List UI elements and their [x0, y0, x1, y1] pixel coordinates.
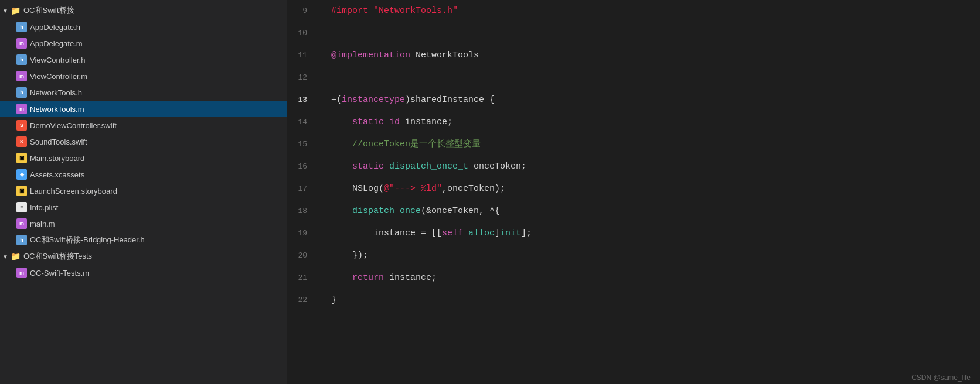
- file-main-storyboard[interactable]: ▣ Main.storyboard: [0, 150, 287, 166]
- token-indent: [331, 156, 352, 178]
- folder-oc-swift[interactable]: ▼ 📁 OC和Swift桥接: [0, 2, 287, 19]
- code-content[interactable]: #import "NetworkTools.h" @implementation…: [319, 0, 980, 384]
- token-indent: [331, 245, 352, 267]
- line-num-21: 21: [287, 267, 312, 289]
- plist-icon: ≡: [16, 202, 27, 212]
- file-viewcontroller-m[interactable]: m ViewController.m: [0, 68, 287, 84]
- storyboard-icon: ▣: [16, 153, 27, 163]
- folder-oc-swift-tests[interactable]: ▼ 📁 OC和Swift桥接Tests: [0, 248, 287, 265]
- token-dispatch-type: dispatch_once_t: [389, 156, 474, 178]
- line-num-12: 12: [287, 67, 312, 89]
- swift-icon: S: [16, 120, 27, 131]
- token-params: (&onceToken, ^{: [421, 200, 500, 222]
- token-id: id: [389, 111, 405, 133]
- h-icon: h: [16, 235, 27, 245]
- file-label: Info.plist: [30, 203, 58, 212]
- code-line-18: dispatch_once(&onceToken, ^{: [331, 200, 980, 222]
- file-label: Main.storyboard: [30, 154, 84, 163]
- file-appdelegate-m[interactable]: m AppDelegate.m: [0, 35, 287, 52]
- token-comment: //onceToken是一个长整型变量: [352, 133, 481, 156]
- code-line-12: [331, 67, 980, 89]
- file-label: OC和Swift桥接-Bridging-Header.h: [30, 235, 145, 245]
- token-comma: ,onceToken);: [442, 178, 505, 200]
- folder-label: OC和Swift桥接: [23, 5, 74, 16]
- token-indent: [331, 178, 352, 200]
- code-line-15: //onceToken是一个长整型变量: [331, 133, 980, 156]
- code-line-22: }: [331, 289, 980, 311]
- h-icon: h: [16, 87, 27, 98]
- xcassets-icon: ◈: [16, 169, 27, 180]
- file-demoviewcontroller-swift[interactable]: S DemoViewController.swift: [0, 117, 287, 133]
- h-icon: h: [16, 54, 27, 65]
- token-type: instancetype: [342, 89, 405, 111]
- file-label: NetworkTools.m: [30, 105, 84, 114]
- h-icon: h: [16, 22, 27, 32]
- folder-arrow: ▼: [2, 253, 11, 260]
- file-oc-swift-tests-m[interactable]: m OC-Swift-Tests.m: [0, 265, 287, 281]
- token-instance2: instance = [[: [373, 222, 442, 245]
- watermark-text: CSDN @same_life: [911, 373, 971, 382]
- token-string: "NetworkTools.h": [373, 0, 458, 22]
- file-launchscreen-storyboard[interactable]: ▣ LaunchScreen.storyboard: [0, 183, 287, 199]
- line-num-18: 18: [287, 200, 312, 222]
- line-num-15: 15: [287, 133, 312, 156]
- file-sidebar: ▼ 📁 OC和Swift桥接 h AppDelegate.h m AppDele…: [0, 0, 287, 384]
- m-icon: m: [16, 268, 27, 278]
- token-var2: onceToken;: [474, 156, 526, 178]
- token-bracket: ]: [495, 222, 500, 245]
- file-label: ViewController.m: [30, 72, 87, 81]
- file-main-m[interactable]: m main.m: [0, 215, 287, 232]
- file-label: DemoViewController.swift: [30, 121, 117, 130]
- file-label: AppDelegate.h: [30, 23, 80, 32]
- file-networktools-h[interactable]: h NetworkTools.h: [0, 84, 287, 101]
- file-label: LaunchScreen.storyboard: [30, 187, 117, 196]
- code-line-14: static id instance;: [331, 111, 980, 133]
- token-close-brace: }: [331, 289, 336, 311]
- file-viewcontroller-h[interactable]: h ViewController.h: [0, 52, 287, 68]
- storyboard-icon: ▣: [16, 186, 27, 196]
- file-networktools-m[interactable]: m NetworkTools.m: [0, 101, 287, 117]
- token-return: return: [352, 267, 389, 289]
- file-info-plist[interactable]: ≡ Info.plist: [0, 199, 287, 215]
- line-num-16: 16: [287, 156, 312, 178]
- token-indent: [331, 222, 373, 245]
- file-assets-xcassets[interactable]: ◈ Assets.xcassets: [0, 166, 287, 183]
- token-format: @"---> %ld": [384, 178, 442, 200]
- line-numbers: 9 10 11 12 13 14 15 16 17 18 19 20 21 22: [287, 0, 319, 384]
- token-indent: [331, 267, 352, 289]
- swift-icon: S: [16, 136, 27, 147]
- file-label: AppDelegate.m: [30, 39, 83, 48]
- m-icon: m: [16, 71, 27, 81]
- file-label: main.m: [30, 220, 55, 228]
- token-dispatch-once: dispatch_once: [352, 200, 421, 222]
- file-soundtools-swift[interactable]: S SoundTools.swift: [0, 133, 287, 150]
- token-keyword: @implementation: [331, 44, 416, 67]
- folder-icon: 📁: [11, 6, 21, 15]
- token-static: static: [352, 111, 389, 133]
- token-ret-val: instance;: [389, 267, 437, 289]
- code-line-17: NSLog(@"---> %ld",onceToken);: [331, 178, 980, 200]
- file-label: ViewController.h: [30, 56, 85, 64]
- folder-label: OC和Swift桥接Tests: [23, 251, 92, 262]
- file-label: Assets.xcassets: [30, 170, 84, 179]
- code-line-16: static dispatch_once_t onceToken;: [331, 156, 980, 178]
- token-preprocessor: #import: [331, 0, 373, 22]
- token-classname: NetworkTools: [416, 44, 479, 67]
- file-bridging-header[interactable]: h OC和Swift桥接-Bridging-Header.h: [0, 232, 287, 248]
- token-init: init: [500, 222, 521, 245]
- token-alloc: alloc: [468, 222, 495, 245]
- file-label: SoundTools.swift: [30, 138, 87, 146]
- token-self: self: [442, 222, 468, 245]
- file-label: NetworkTools.h: [30, 88, 82, 97]
- line-num-19: 19: [287, 222, 312, 245]
- m-icon: m: [16, 218, 27, 229]
- token-indent: [331, 200, 352, 222]
- code-line-11: @implementation NetworkTools: [331, 44, 980, 67]
- token-indent: [331, 133, 352, 156]
- token-plain: ): [405, 89, 410, 111]
- token-close-dispatch: });: [352, 245, 368, 267]
- code-editor: 9 10 11 12 13 14 15 16 17 18 19 20 21 22…: [287, 0, 980, 384]
- file-appdelegate-h[interactable]: h AppDelegate.h: [0, 19, 287, 35]
- line-num-11: 11: [287, 44, 312, 67]
- line-num-14: 14: [287, 111, 312, 133]
